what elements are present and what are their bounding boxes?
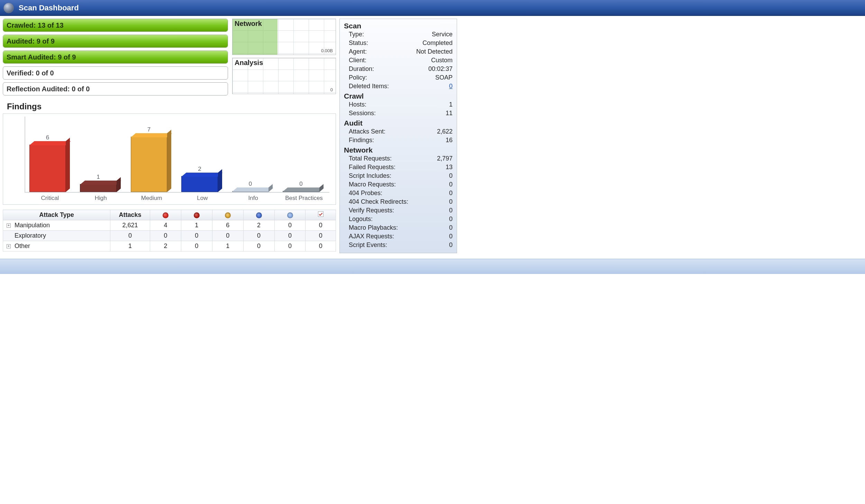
table-row[interactable]: + Manipulation2,621416200 xyxy=(3,220,336,231)
net-sevt-label: Script Events: xyxy=(349,241,387,249)
net-play-label: Macro Playbacks: xyxy=(349,224,398,231)
mini-network-panel: Network 0.00B xyxy=(232,19,336,55)
crawl-hosts-value: 1 xyxy=(449,101,453,108)
net-logout-label: Logouts: xyxy=(349,216,373,223)
progress-smart-audited-label: Smart Audited: 9 of 9 xyxy=(3,51,228,63)
scan-policy-label: Policy: xyxy=(349,74,367,81)
findings-title: Findings xyxy=(7,102,336,111)
xlabel-best-practices: Best Practices xyxy=(279,193,329,202)
scan-client-value: Custom xyxy=(431,57,453,64)
net-total-label: Total Requests: xyxy=(349,155,392,162)
net-failed-label: Failed Requests: xyxy=(349,164,395,171)
net-scriptinc-value: 0 xyxy=(449,172,453,180)
net-verify-value: 0 xyxy=(449,207,453,214)
progress-audited-label: Audited: 9 of 9 xyxy=(3,35,228,47)
scan-policy-value: SOAP xyxy=(435,74,453,81)
col-info-icon[interactable] xyxy=(274,210,306,220)
attack-table-header: Attack Type Attacks xyxy=(3,210,336,220)
net-macro-value: 0 xyxy=(449,181,453,188)
col-critical-icon[interactable] xyxy=(150,210,181,220)
scan-agent-value: Not Detected xyxy=(416,48,453,55)
info-panel: Scan Type:Service Status:Completed Agent… xyxy=(339,19,457,253)
scan-client-label: Client: xyxy=(349,57,366,64)
info-icon xyxy=(287,212,293,218)
section-audit: Audit xyxy=(344,119,453,127)
net-play-value: 0 xyxy=(449,224,453,231)
col-low-icon[interactable] xyxy=(243,210,274,220)
progress-audited: Audited: 9 of 9 xyxy=(3,35,228,48)
footer-bar xyxy=(0,259,865,274)
expand-icon[interactable]: + xyxy=(7,223,11,228)
net-scriptinc-label: Script Includes: xyxy=(349,172,391,180)
net-logout-value: 0 xyxy=(449,216,453,223)
net-ajax-label: AJAX Requests: xyxy=(349,233,394,240)
scan-type-value: Service xyxy=(432,31,453,38)
scan-status-label: Status: xyxy=(349,39,368,47)
low-icon xyxy=(256,212,262,218)
progress-verified: Verified: 0 of 0 xyxy=(3,66,228,80)
table-row[interactable]: Exploratory0000000 xyxy=(3,231,336,241)
bar-info: 0 xyxy=(232,191,268,192)
net-c404-value: 0 xyxy=(449,198,453,205)
mini-analysis-title: Analysis xyxy=(235,59,263,67)
progress-smart-audited: Smart Audited: 9 of 9 xyxy=(3,51,228,64)
xlabel-critical: Critical xyxy=(25,193,75,202)
table-row[interactable]: + Other1201000 xyxy=(3,241,336,251)
expand-icon[interactable]: + xyxy=(7,244,11,248)
audit-sent-value: 2,622 xyxy=(437,128,453,135)
scan-duration-value: 00:02:37 xyxy=(428,65,453,73)
section-crawl: Crawl xyxy=(344,92,453,100)
net-p404-value: 0 xyxy=(449,190,453,197)
scan-duration-label: Duration: xyxy=(349,65,374,73)
xlabel-low: Low xyxy=(177,193,228,202)
section-scan: Scan xyxy=(344,22,453,30)
bar-medium: 7 xyxy=(131,137,167,192)
bar-best-practices: 0 xyxy=(283,191,319,192)
high-icon xyxy=(194,212,200,218)
bar-low: 2 xyxy=(181,176,218,192)
xlabel-high: High xyxy=(75,193,126,202)
mini-network-note: 0.00B xyxy=(321,48,333,53)
col-attack-type[interactable]: Attack Type xyxy=(3,210,110,220)
col-attacks[interactable]: Attacks xyxy=(110,210,150,220)
crawl-sessions-value: 11 xyxy=(446,110,453,117)
scan-type-label: Type: xyxy=(349,31,364,38)
progress-verified-label: Verified: 0 of 0 xyxy=(3,67,228,79)
col-high-icon[interactable] xyxy=(181,210,212,220)
progress-crawled-label: Crawled: 13 of 13 xyxy=(3,19,228,31)
section-network: Network xyxy=(344,146,453,154)
net-p404-label: 404 Probes: xyxy=(349,190,382,197)
net-macro-label: Macro Requests: xyxy=(349,181,396,188)
check-icon xyxy=(318,211,324,217)
net-verify-label: Verify Requests: xyxy=(349,207,394,214)
medium-icon xyxy=(225,212,231,218)
app-icon xyxy=(3,3,14,13)
net-sevt-value: 0 xyxy=(449,241,453,249)
col-medium-icon[interactable] xyxy=(212,210,243,220)
progress-crawled: Crawled: 13 of 13 xyxy=(3,19,228,32)
scan-status-value: Completed xyxy=(422,39,453,47)
findings-panel: Findings 617200 CriticalHighMediumLowInf… xyxy=(3,102,336,205)
bar-high: 1 xyxy=(80,184,116,192)
critical-icon xyxy=(163,212,169,218)
audit-findings-value: 16 xyxy=(446,137,453,144)
bar-critical: 6 xyxy=(29,145,66,192)
mini-analysis-panel: Analysis 0 xyxy=(232,58,336,94)
findings-chart: 617200 CriticalHighMediumLowInfoBest Pra… xyxy=(3,113,336,205)
xlabel-info: Info xyxy=(228,193,279,202)
col-bp-icon[interactable] xyxy=(306,210,336,220)
net-failed-value: 13 xyxy=(446,164,453,171)
scan-agent-label: Agent: xyxy=(349,48,367,55)
xlabel-medium: Medium xyxy=(126,193,177,202)
mini-network-title: Network xyxy=(235,20,262,28)
net-ajax-value: 0 xyxy=(449,233,453,240)
crawl-sessions-label: Sessions: xyxy=(349,110,376,117)
net-total-value: 2,797 xyxy=(437,155,453,162)
audit-findings-label: Findings: xyxy=(349,137,374,144)
audit-sent-label: Attacks Sent: xyxy=(349,128,385,135)
page-title: Scan Dashboard xyxy=(19,3,79,12)
scan-deleted-label: Deleted Items: xyxy=(349,83,389,90)
title-bar: Scan Dashboard xyxy=(0,0,865,16)
progress-reflection-audited-label: Reflection Audited: 0 of 0 xyxy=(3,83,228,95)
scan-deleted-value[interactable]: 0 xyxy=(449,83,453,90)
